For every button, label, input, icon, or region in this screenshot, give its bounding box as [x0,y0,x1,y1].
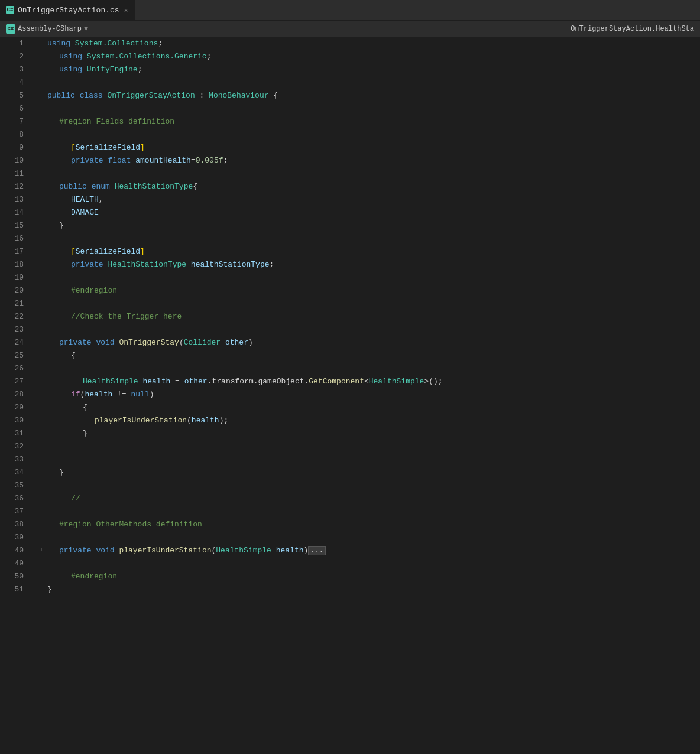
code-content: private void playerIsUnderStation(Health… [47,544,700,557]
code-content [47,557,700,570]
table-row: 18private HealthStationType healthStatio… [0,258,700,271]
line-number: 8 [0,128,35,141]
line-number: 18 [0,258,35,271]
code-content [47,271,700,284]
fold-button[interactable]: − [35,336,47,349]
table-row: 5−public class OnTriggerStayAction : Mon… [0,89,700,102]
line-number: 27 [0,375,35,388]
code-editor[interactable]: 1−using System.Collections;2using System… [0,37,700,596]
tab-bar: C# OnTriggerStayAction.cs ✕ [0,0,700,21]
table-row: 19 [0,271,700,284]
fold-button[interactable]: − [35,388,47,401]
line-number: 50 [0,570,35,583]
code-content [47,102,700,115]
line-number: 39 [0,531,35,544]
line-number: 20 [0,284,35,297]
line-number: 1 [0,37,35,50]
fold-button[interactable]: − [35,89,47,102]
line-number: 38 [0,518,35,531]
code-content: #endregion [47,284,700,297]
code-content: private void OnTriggerStay(Collider othe… [47,336,700,349]
code-content [47,440,700,453]
code-content [47,531,700,544]
collapsed-region[interactable]: ... [308,546,326,555]
fold-button[interactable]: − [35,115,47,128]
table-row: 33 [0,453,700,466]
table-row: 49 [0,557,700,570]
assembly-icon: C# [6,24,15,34]
tab-close-icon[interactable]: ✕ [123,6,129,15]
code-content: [SerializeField] [47,141,700,154]
code-content [47,362,700,375]
code-content: } [47,427,700,440]
code-content: DAMAGE [47,206,700,219]
line-number: 30 [0,414,35,427]
code-content [47,479,700,492]
table-row: 15} [0,219,700,232]
line-number: 25 [0,349,35,362]
line-number: 14 [0,206,35,219]
code-content: #region OtherMethods definition [47,518,700,531]
table-row: 25{ [0,349,700,362]
table-row: 32 [0,440,700,453]
table-row: 27HealthSimple health = other.transform.… [0,375,700,388]
table-row: 1−using System.Collections; [0,37,700,50]
breadcrumb-right: OnTriggerStayAction.HealthSta [571,25,694,33]
code-content [47,297,700,310]
table-row: 34} [0,466,700,479]
code-content: // [47,492,700,505]
code-content: } [47,583,700,596]
tab-file-icon: C# [6,6,14,14]
fold-button[interactable]: − [35,180,47,193]
code-content [47,505,700,518]
assembly-label: Assembly-CSharp [18,25,82,33]
line-number: 17 [0,245,35,258]
line-number: 9 [0,141,35,154]
line-number: 28 [0,388,35,401]
line-number: 33 [0,453,35,466]
table-row: 21 [0,297,700,310]
line-number: 51 [0,583,35,596]
table-row: 22//Check the Trigger here [0,310,700,323]
line-number: 29 [0,401,35,414]
code-content: //Check the Trigger here [47,310,700,323]
code-content: } [47,466,700,479]
code-content: playerIsUnderStation(health); [47,414,700,427]
table-row: 17[SerializeField] [0,245,700,258]
table-row: 35 [0,479,700,492]
table-row: 14DAMAGE [0,206,700,219]
breadcrumb-bar: C# Assembly-CSharp ▼ OnTriggerStayAction… [0,21,700,37]
line-number: 37 [0,505,35,518]
code-content: using System.Collections; [47,37,700,50]
table-row: 20#endregion [0,284,700,297]
active-tab[interactable]: C# OnTriggerStayAction.cs ✕ [0,0,135,20]
line-number: 40 [0,544,35,557]
code-content: private float amountHealth=0.005f; [47,154,700,167]
line-number: 6 [0,102,35,115]
code-content: using UnityEngine; [47,63,700,76]
fold-button[interactable]: + [35,544,47,557]
code-content [47,76,700,89]
code-content: HealthSimple health = other.transform.ga… [47,375,700,388]
line-number: 35 [0,479,35,492]
line-number: 3 [0,63,35,76]
table-row: 39 [0,531,700,544]
fold-button[interactable]: − [35,518,47,531]
table-row: 51} [0,583,700,596]
table-row: 4 [0,76,700,89]
table-row: 12−public enum HealthStationType{ [0,180,700,193]
code-content: [SerializeField] [47,245,700,258]
line-number: 26 [0,362,35,375]
breadcrumb-dropdown-icon[interactable]: ▼ [84,25,88,33]
line-number: 32 [0,440,35,453]
breadcrumb-left: C# Assembly-CSharp ▼ [6,24,88,34]
code-content: #endregion [47,570,700,583]
code-content: #region Fields definition [47,115,700,128]
code-content: if(health != null) [47,388,700,401]
fold-button[interactable]: − [35,37,47,50]
table-row: 24−private void OnTriggerStay(Collider o… [0,336,700,349]
line-number: 12 [0,180,35,193]
table-row: 36// [0,492,700,505]
line-number: 21 [0,297,35,310]
line-number: 13 [0,193,35,206]
